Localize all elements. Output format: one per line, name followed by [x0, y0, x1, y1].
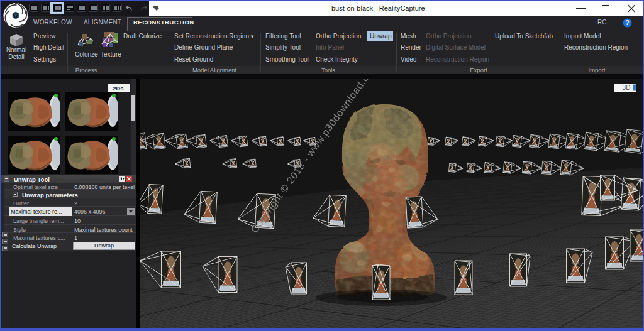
svg-text:3D: 3D: [623, 84, 631, 91]
svg-text:?: ?: [625, 19, 629, 26]
